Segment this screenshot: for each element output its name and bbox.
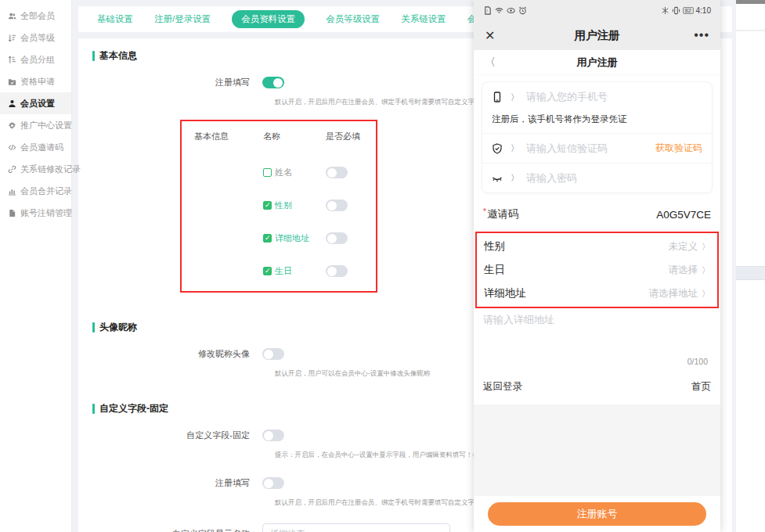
page-edge-divider xyxy=(736,30,765,31)
group-icon xyxy=(7,55,16,64)
chevron-right-icon: 〉 xyxy=(702,288,710,300)
basic-field-row: 生日 xyxy=(182,265,376,277)
shield-check-icon xyxy=(492,143,503,154)
picker-value: 请选择地址 xyxy=(649,287,698,300)
sidebar-item-label: 会员设置 xyxy=(20,98,55,110)
chevron-right-icon: 〉 xyxy=(702,241,710,253)
sidebar-item[interactable]: 会员等级 xyxy=(0,27,71,49)
section-accent-bar xyxy=(92,404,95,414)
sidebar-item-label: 会员等级 xyxy=(20,32,55,44)
sidebar-menu: 全部会员 会员等级 会员分组 资格申请 会员设置 xyxy=(0,5,71,224)
phone-footer: 注册账号 xyxy=(474,496,720,532)
picker-label: 性别 xyxy=(484,239,505,253)
custom-fixed-toggle[interactable] xyxy=(262,430,284,441)
section-title: 基本信息 xyxy=(99,49,137,63)
display-name-label: 自定义字段显示名称 xyxy=(92,528,262,532)
sms-code-field[interactable]: 〉 请输入短信验证码 获取验证码 xyxy=(482,133,712,163)
required-asterisk: * xyxy=(483,207,486,216)
field-required-toggle[interactable] xyxy=(326,167,348,178)
sms-code-placeholder: 请输入短信验证码 xyxy=(526,142,648,156)
svg-text:!: ! xyxy=(486,9,488,13)
address-textarea[interactable]: 请输入详细地址 0/100 xyxy=(482,308,713,369)
field-name: 姓名 xyxy=(275,167,292,178)
home-link[interactable]: 首页 xyxy=(691,380,711,394)
eye-icon xyxy=(507,6,515,15)
field-required-toggle[interactable] xyxy=(326,200,348,211)
basic-fields-table: 基本信息 名称 是否必填 姓名 xyxy=(180,120,377,293)
bluetooth-off-icon xyxy=(661,6,669,15)
settings-tab[interactable]: 注册/登录设置 xyxy=(154,13,211,25)
field-required-toggle[interactable] xyxy=(326,265,348,277)
page-edge-topbar xyxy=(736,0,765,4)
modify-nickname-toggle[interactable] xyxy=(262,348,284,360)
field-checkbox[interactable] xyxy=(263,168,272,177)
phone-status-bar: ! 82 4:10 xyxy=(474,0,720,20)
settings-tab[interactable]: 关系链设置 xyxy=(401,13,446,25)
custom-register-fill-toggle[interactable] xyxy=(262,477,284,489)
eye-closed-icon xyxy=(492,173,503,184)
sidebar-item[interactable]: 账号注销管理 xyxy=(0,202,71,224)
field-checkbox[interactable] xyxy=(263,201,272,210)
register-account-button[interactable]: 注册账号 xyxy=(488,502,706,526)
section-title: 头像昵称 xyxy=(99,321,137,334)
password-field[interactable]: 〉 请输入密码 xyxy=(482,163,712,192)
sidebar-item[interactable]: 会员邀请码 xyxy=(0,136,71,158)
phone-nav-title: 用户注册 xyxy=(516,56,678,70)
basic-field-row: 姓名 xyxy=(182,167,376,178)
display-name-input[interactable] xyxy=(262,523,450,532)
sidebar-item[interactable]: 资格申请 xyxy=(0,70,71,92)
battery-icon: 82 xyxy=(683,7,694,14)
get-code-button[interactable]: 获取验证码 xyxy=(655,142,702,155)
field-name: 详细地址 xyxy=(275,232,309,244)
column-header: 名称 xyxy=(263,131,326,142)
picker-row[interactable]: 生日 请选择 〉 xyxy=(477,258,717,282)
phone-number-field[interactable]: 〉 请输入您的手机号 xyxy=(482,82,712,112)
sidebar-item[interactable]: 会员设置 xyxy=(0,92,71,114)
phone-page-title: 用户注册 xyxy=(516,28,678,43)
sidebar-item-label: 会员邀请码 xyxy=(20,142,63,153)
phone-number-placeholder: 请输入您的手机号 xyxy=(526,90,702,104)
picker-row[interactable]: 性别 未定义 〉 xyxy=(477,235,717,258)
status-time: 4:10 xyxy=(696,6,711,15)
modify-nickname-label: 修改昵称头像 xyxy=(92,348,262,363)
settings-tab[interactable]: 基础设置 xyxy=(97,13,133,25)
account-cancel-icon xyxy=(7,208,16,217)
sidebar-item[interactable]: 关系链修改记录 xyxy=(0,158,71,180)
merge-icon xyxy=(7,186,16,196)
settings-tab[interactable]: 会员等级设置 xyxy=(326,13,380,25)
wifi-icon xyxy=(495,6,503,15)
sidebar-item-label: 推广中心设置 xyxy=(20,120,72,131)
basic-field-row: 性别 xyxy=(182,200,376,211)
field-checkbox[interactable] xyxy=(263,234,272,243)
invite-code-label: 邀请码 xyxy=(487,208,519,220)
chevron-right-icon: 〉 xyxy=(511,172,519,184)
section-title: 自定义字段-固定 xyxy=(99,402,168,415)
alarm-icon xyxy=(518,6,527,15)
sidebar-item-label: 资格申请 xyxy=(20,76,55,88)
chevron-right-icon: 〉 xyxy=(511,142,519,154)
field-required-toggle[interactable] xyxy=(326,232,348,244)
sidebar-item[interactable]: 推广中心设置 xyxy=(0,114,71,136)
close-icon[interactable]: ✕ xyxy=(485,28,516,43)
phone-title-bar: ✕ 用户注册 ••• xyxy=(474,20,720,50)
sidebar-item[interactable]: 会员合并记录 xyxy=(0,180,71,202)
back-chevron-icon[interactable]: 〈 xyxy=(485,56,516,70)
sidebar-item-label: 账号注销管理 xyxy=(20,207,72,219)
sidebar-item[interactable]: 会员分组 xyxy=(0,49,71,70)
invite-code-row[interactable]: *邀请码 A0G5V7CE xyxy=(482,201,713,230)
page-edge-strip xyxy=(736,0,765,532)
settings-tab[interactable]: 会员资料设置 xyxy=(232,10,305,28)
field-name: 生日 xyxy=(275,265,292,277)
back-to-login-link[interactable]: 返回登录 xyxy=(483,380,522,394)
register-fill-toggle[interactable] xyxy=(262,77,284,88)
more-icon[interactable]: ••• xyxy=(678,28,709,42)
sidebar-item[interactable]: 全部会员 xyxy=(0,5,71,27)
invite-code-icon xyxy=(7,142,16,152)
sidebar-item-label: 会员合并记录 xyxy=(20,185,72,197)
picker-label: 详细地址 xyxy=(484,286,526,300)
address-placeholder: 请输入详细地址 xyxy=(483,313,711,327)
picker-row[interactable]: 详细地址 请选择地址 〉 xyxy=(477,282,717,305)
field-name: 性别 xyxy=(275,200,292,211)
field-checkbox[interactable] xyxy=(263,267,272,275)
basic-field-row: 详细地址 xyxy=(182,232,376,244)
